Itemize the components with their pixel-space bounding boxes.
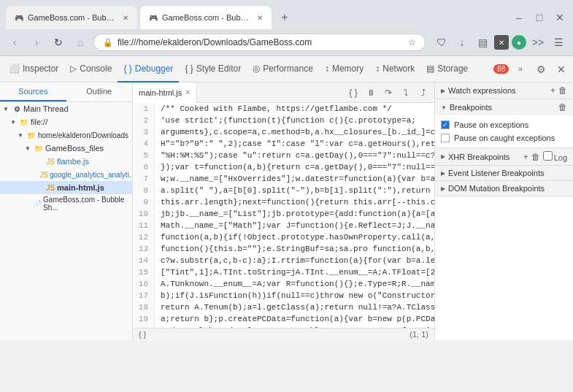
watch-actions: + 🗑 — [550, 85, 567, 96]
editor-actions: { } ⏸ ↷ ⤵ ⤴ — [342, 85, 434, 101]
xhr-label: XHR Breakpoints — [448, 153, 509, 161]
line-number: 18 — [133, 301, 155, 313]
footer-left: { } — [139, 330, 146, 339]
back-button[interactable]: ‹ — [6, 34, 23, 51]
more-icon[interactable]: >> — [529, 34, 547, 51]
devtools-settings-icon[interactable]: ⚙ — [532, 61, 550, 78]
tab-inspector[interactable]: ⬜ Inspector — [3, 56, 64, 82]
code-line: 19a;return b};p.createPCData=function(a)… — [133, 313, 434, 325]
tab-2-close[interactable]: ✕ — [257, 14, 263, 22]
forward-button[interactable]: › — [28, 34, 45, 51]
event-listener-header[interactable]: ▶ Event Listener Breakpoints — [435, 166, 573, 180]
line-number: 13 — [133, 243, 155, 255]
browser-tab-2[interactable]: 🎮 GameBoss.com - Bubble Sho ✕ — [140, 6, 272, 29]
tree-item-analytics[interactable]: JS google_analytics_analyti... — [0, 168, 132, 181]
xhr-header[interactable]: ▶ XHR Breakpoints + 🗑 Log — [435, 148, 573, 165]
tab-1-close[interactable]: ✕ — [123, 14, 128, 22]
tree-item-file[interactable]: ▼ 📁 file:// — [0, 115, 132, 128]
line-content: jb;jb.__name_=["List"];jb.prototype={add… — [155, 208, 434, 220]
line-number: 7 — [133, 173, 155, 185]
file-tree: ▼ ⚙ Main Thread ▼ 📁 file:// ▼ 📁 home/eka… — [0, 102, 132, 340]
tree-label: Main Thread — [23, 104, 69, 113]
watch-add-btn[interactable]: + — [550, 85, 555, 96]
editor-tab-main-html[interactable]: main-html.js ✕ — [133, 82, 197, 103]
log-checkbox[interactable]: Log — [543, 151, 567, 162]
tab-network[interactable]: ↕ Network — [369, 56, 420, 82]
watch-expressions-header[interactable]: ▶ Watch expressions + 🗑 — [435, 82, 573, 99]
line-number: 1 — [133, 103, 155, 115]
debugger-pause-btn[interactable]: ⏸ — [363, 85, 379, 101]
line-content: a;return b};p.createPCData=function(a){v… — [155, 313, 434, 325]
debugger-step-out-btn[interactable]: ⤴ — [415, 85, 431, 101]
tree-item-downloads[interactable]: ▼ 📁 home/ekalderon/Downloads — [0, 128, 132, 142]
reload-button[interactable]: ↻ — [50, 34, 67, 51]
devtools-close-icon[interactable]: ✕ — [553, 61, 570, 78]
xhr-delete-btn[interactable]: 🗑 — [531, 152, 540, 162]
event-listener-label: Event Listener Breakpoints — [448, 169, 544, 177]
pretty-print-btn[interactable]: { } — [345, 85, 361, 101]
dom-mutation-header[interactable]: ▶ DOM Mutation Breakpoints — [435, 181, 573, 196]
noscript-icon[interactable]: ✕ — [494, 35, 509, 50]
extensions-icon[interactable]: ▤ — [474, 34, 491, 51]
code-area[interactable]: 1/** Cooked with Flambe, https://getflam… — [133, 103, 434, 328]
tab-debugger[interactable]: { } Debugger — [118, 56, 179, 82]
url-bar[interactable]: 🔒 file:///home/ekalderon/Downloads/GameB… — [93, 34, 426, 51]
devtools-more[interactable]: » — [512, 61, 529, 78]
home-button[interactable]: ⌂ — [72, 34, 89, 51]
browser-tab-1[interactable]: 🎮 GameBoss.com - Bubble Sho ✕ — [6, 6, 137, 29]
tree-item-main-thread[interactable]: ▼ ⚙ Main Thread — [0, 102, 132, 115]
download-icon[interactable]: ↓ — [453, 34, 471, 51]
breakpoints-delete-btn[interactable]: 🗑 — [558, 102, 567, 112]
arrow-icon — [36, 172, 38, 178]
line-number: 10 — [133, 208, 155, 220]
shield-icon[interactable]: 🛡 — [433, 34, 450, 51]
thread-icon: ⚙ — [12, 104, 22, 114]
editor-tab-close[interactable]: ✕ — [185, 88, 191, 96]
line-content: H"="b?"0":" ",2);case "I":case "l":var c… — [155, 138, 434, 150]
breakpoints-label: Breakpoints — [450, 103, 492, 112]
new-tab-button[interactable]: + — [274, 7, 295, 28]
watch-delete-btn[interactable]: 🗑 — [558, 85, 567, 96]
line-content: A.TUnknown.__enum__=A;var R=function(){}… — [155, 278, 434, 290]
js-icon: JS — [45, 156, 55, 166]
tree-item-flambe[interactable]: JS flambe.js — [0, 155, 132, 168]
log-input[interactable] — [543, 151, 553, 161]
bookmark-icon[interactable]: ☆ — [408, 37, 416, 47]
editor-tab-label: main-html.js — [139, 88, 182, 97]
tab-2-favicon: 🎮 — [149, 14, 158, 22]
tree-item-gameboss[interactable]: 📄 GameBoss.com - Bubble Sh... — [0, 194, 132, 213]
dom-mutation-section: ▶ DOM Mutation Breakpoints — [435, 181, 573, 196]
tree-label: file:// — [31, 118, 47, 126]
tree-label: google_analytics_analyti... — [50, 171, 132, 179]
tab-2-title: GameBoss.com - Bubble Sho — [162, 13, 250, 22]
sources-tab-sources[interactable]: Sources — [0, 82, 66, 101]
tab-console[interactable]: ▷ Console — [64, 56, 118, 82]
tab-storage[interactable]: ▤ Storage — [420, 56, 474, 82]
tree-item-main-html[interactable]: JS main-html.js — [0, 181, 132, 194]
menu-icon[interactable]: ☰ — [550, 34, 567, 51]
arrow-icon: ▶ — [441, 170, 445, 177]
debugger-step-over-btn[interactable]: ↷ — [380, 85, 396, 101]
tab-performance[interactable]: ◎ Performance — [247, 56, 319, 82]
code-line: 3arguments},c.scope=a,c.method=b,a.hx__c… — [133, 126, 434, 138]
tab-memory[interactable]: ↕ Memory — [319, 56, 369, 82]
watch-expressions-section: ▶ Watch expressions + 🗑 — [435, 82, 573, 99]
close-btn[interactable]: ✕ — [553, 10, 567, 25]
code-line: 2'use strict';(function(t){function c(){… — [133, 115, 434, 126]
tab-style-editor[interactable]: { } Style Editor — [179, 56, 247, 82]
breakpoints-header[interactable]: ▼ Breakpoints 🗑 — [435, 99, 573, 115]
xhr-add-btn[interactable]: + — [523, 152, 528, 162]
line-content: });var t=function(a,b){return c=a.getDay… — [155, 161, 434, 173]
pause-on-exceptions-checkbox[interactable]: ✓ — [441, 120, 450, 129]
code-line: 8a.split(" "),a=[b[0].split("-"),b=b[1].… — [133, 185, 434, 196]
sources-tab-outline[interactable]: Outline — [66, 82, 133, 101]
pause-on-caught-checkbox[interactable] — [441, 134, 450, 142]
plugin-icon[interactable]: ● — [512, 35, 526, 50]
maximize-btn[interactable]: □ — [532, 10, 547, 25]
code-line: 6});var t=function(a,b){return c=a.getDa… — [133, 161, 434, 173]
tree-item-gameboss-files[interactable]: ▼ 📁 GameBoss_files — [0, 142, 132, 155]
debugger-step-in-btn[interactable]: ⤵ — [398, 85, 414, 101]
arrow-icon: ▼ — [25, 145, 32, 152]
network-icon: ↕ — [375, 64, 380, 74]
minimize-btn[interactable]: – — [512, 10, 526, 25]
